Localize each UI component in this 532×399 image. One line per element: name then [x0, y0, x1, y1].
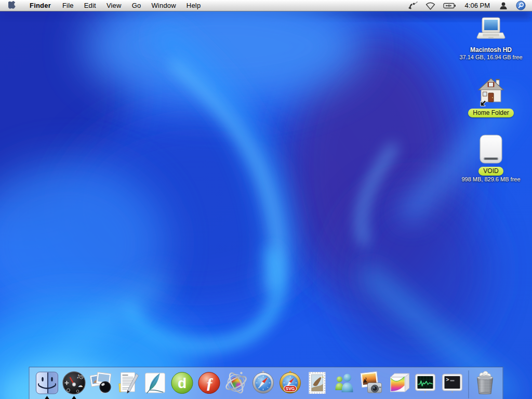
battery-icon[interactable]: [441, 0, 458, 11]
apple-menu[interactable]: [0, 0, 23, 11]
dock-item-safari[interactable]: [250, 370, 277, 399]
menu-bar-left: Finder File Edit View Go Window Help: [0, 0, 206, 11]
svg-text:>: >: [446, 377, 449, 382]
gold-compass-icon: SVG: [278, 370, 303, 395]
dock-item-msn-messenger[interactable]: [331, 370, 358, 399]
dock-item-mail[interactable]: [304, 370, 331, 399]
dock-item-grapher[interactable]: [385, 370, 412, 399]
dock-item-iphoto[interactable]: [88, 370, 115, 399]
trash-full-icon: [473, 370, 498, 395]
photos-lens-icon: [89, 370, 114, 395]
airport-wifi-icon[interactable]: [423, 0, 437, 11]
external-drive-icon: [477, 134, 504, 165]
running-indicator: [72, 396, 77, 399]
menu-view[interactable]: View: [101, 0, 127, 11]
green-sphere-d-icon: d: [170, 370, 195, 395]
laptop-computer-icon: [475, 17, 507, 45]
dashboard-gauge-icon: ♪ ☁: [62, 370, 87, 395]
ekg-monitor-icon: [413, 370, 438, 395]
menu-go[interactable]: Go: [127, 0, 147, 11]
compass-icon: [251, 370, 276, 395]
menu-bar-status-area: 4:06 PM: [406, 0, 532, 11]
desktop-icon-void[interactable]: VOID 998 MB, 829.6 MB free: [457, 134, 525, 182]
dock-item-textedit[interactable]: [115, 370, 142, 399]
menu-bar-clock[interactable]: 4:06 PM: [462, 2, 493, 9]
spotlight-search-icon[interactable]: [514, 0, 528, 11]
dock-item-motion[interactable]: [223, 370, 250, 399]
modem-phone-icon[interactable]: [406, 0, 420, 11]
desktop-icon-info: 37.14 GB, 16.94 GB free: [459, 54, 522, 60]
dock-item-safari-svg[interactable]: SVG: [277, 370, 304, 399]
paper-pen-icon: [116, 370, 141, 395]
svg-text:d: d: [178, 375, 187, 391]
desktop-icon-label-pill: Home Folder: [468, 109, 513, 117]
buddies-icon: [332, 370, 357, 395]
postage-stamp-icon: [305, 370, 330, 395]
desktop-screen: Finder File Edit View Go Window Help: [0, 0, 532, 399]
menu-bar: Finder File Edit View Go Window Help: [0, 0, 532, 11]
house-alias-icon: [476, 76, 506, 107]
svg-text:☁: ☁: [78, 382, 83, 388]
dock-item-finder[interactable]: [34, 370, 61, 399]
menu-help[interactable]: Help: [181, 0, 206, 11]
desktop-icon-label: Macintosh HD: [470, 46, 512, 54]
finder-face-icon: [35, 370, 60, 395]
dock-item-dashboard[interactable]: ♪ ☁: [61, 370, 88, 399]
gyroscope-sphere-icon: [224, 370, 249, 395]
running-indicator: [45, 396, 50, 399]
desktop-icon-label-pill: VOID: [478, 167, 503, 176]
menu-file[interactable]: File: [57, 0, 79, 11]
dock-item-image-capture[interactable]: [358, 370, 385, 399]
menu-window[interactable]: Window: [146, 0, 181, 11]
dock-item-trash[interactable]: [472, 370, 499, 399]
surface-plot-icon: [386, 370, 411, 395]
desktop-wallpaper: [0, 0, 532, 399]
dock-item-activity-monitor[interactable]: [412, 370, 439, 399]
red-sphere-f-icon: ƒ: [197, 370, 222, 395]
menu-edit[interactable]: Edit: [79, 0, 101, 11]
user-silhouette-icon[interactable]: [497, 0, 510, 11]
dock-item-photoshop[interactable]: [142, 370, 169, 399]
dock: ♪ ☁: [29, 367, 503, 399]
menu-finder[interactable]: Finder: [23, 0, 57, 11]
feather-icon: [143, 370, 168, 395]
dock-item-terminal[interactable]: >: [439, 370, 466, 399]
desktop-icon-home-folder[interactable]: Home Folder: [457, 76, 525, 117]
svg-text:♪: ♪: [77, 374, 80, 379]
svg-text:SVG: SVG: [286, 386, 295, 391]
photo-camera-icon: [359, 370, 384, 395]
svg-text:ƒ: ƒ: [206, 374, 214, 391]
dock-item-flash[interactable]: ƒ: [196, 370, 223, 399]
desktop-icon-macintosh-hd[interactable]: Macintosh HD 37.14 GB, 16.94 GB free: [457, 17, 525, 60]
dock-item-dreamweaver[interactable]: d: [169, 370, 196, 399]
terminal-screen-icon: >: [440, 370, 465, 395]
dock-divider: [469, 370, 469, 398]
desktop-icon-info: 998 MB, 829.6 MB free: [461, 176, 520, 182]
apple-logo-icon: [8, 1, 16, 10]
